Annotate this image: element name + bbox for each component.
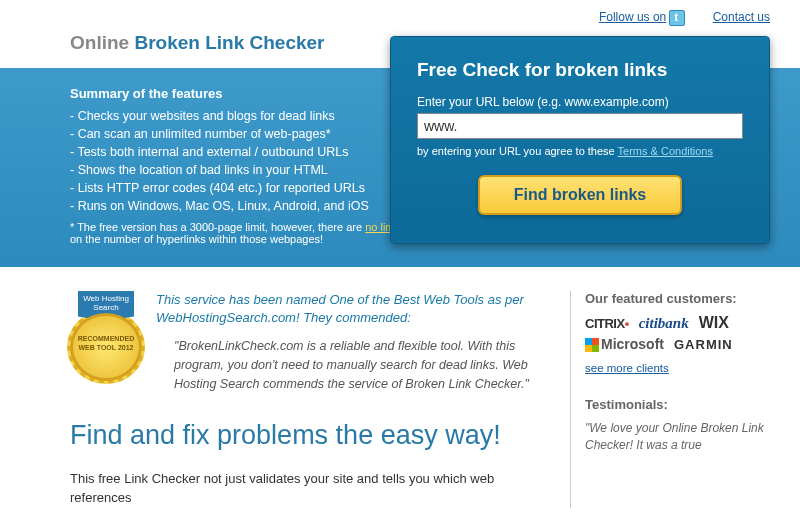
terms-link[interactable]: Terms & Conditions xyxy=(618,145,713,157)
url-input[interactable] xyxy=(417,113,743,139)
body-paragraph: This free Link Checker not just validate… xyxy=(70,469,540,508)
logo-microsoft: Microsoft xyxy=(585,336,664,352)
find-links-button[interactable]: Find broken links xyxy=(478,175,682,215)
logo-citibank: citibank xyxy=(639,315,689,332)
twitter-icon[interactable] xyxy=(669,10,685,26)
main-heading: Find and fix problems the easy way! xyxy=(70,420,540,451)
contact-link[interactable]: Contact us xyxy=(713,10,770,24)
features-note: * The free version has a 3000-page limit… xyxy=(70,221,410,245)
logo-citrix: CITRIX• xyxy=(585,316,629,331)
url-check-box: Free Check for broken links Enter your U… xyxy=(390,36,770,244)
microsoft-icon xyxy=(585,338,599,352)
award-badge: Web Hosting Search RECOMMENDED WEB TOOL … xyxy=(70,291,142,381)
url-label: Enter your URL below (e.g. www.example.c… xyxy=(417,95,743,109)
box-heading: Free Check for broken links xyxy=(417,59,743,81)
endorsement-quote: "BrokenLinkCheck.com is a reliable and f… xyxy=(156,337,540,393)
customer-logos: CITRIX• citibank WIX Microsoft GARMIN xyxy=(585,314,770,352)
logo-wix: WIX xyxy=(699,314,729,332)
customers-heading: Our featured customers: xyxy=(585,291,770,306)
see-more-clients-link[interactable]: see more clients xyxy=(585,362,669,374)
testimonials-heading: Testimonials: xyxy=(585,397,770,412)
endorsement-text: This service has been named One of the B… xyxy=(156,291,540,327)
badge-seal-icon: RECOMMENDED WEB TOOL 2012 xyxy=(70,313,142,381)
logo-garmin: GARMIN xyxy=(674,337,733,352)
agree-text: by entering your URL you agree to these … xyxy=(417,145,743,157)
testimonial-text: "We love your Online Broken Link Checker… xyxy=(585,420,770,454)
top-links: Follow us on Contact us xyxy=(0,0,800,32)
follow-link[interactable]: Follow us on xyxy=(599,10,666,24)
